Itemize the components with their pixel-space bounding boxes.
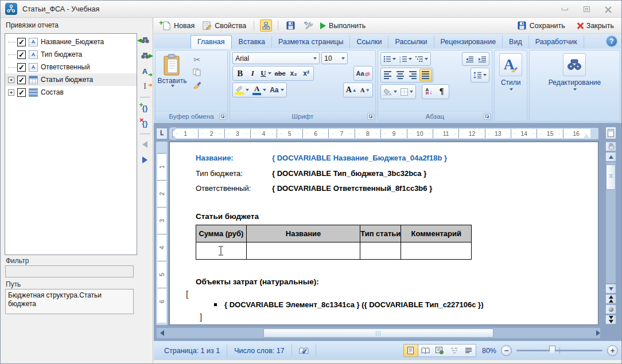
scrollbar-thumb[interactable] — [263, 328, 494, 338]
align-left-button[interactable] — [382, 69, 394, 81]
cut-button[interactable]: ✂ — [191, 54, 203, 65]
tab-razrabotchik[interactable]: Разработчик — [529, 36, 584, 49]
zoom-level[interactable]: 80% — [482, 347, 496, 355]
bold-button[interactable]: B — [234, 67, 246, 80]
vertical-ruler[interactable]: 123456 — [156, 142, 168, 325]
filter-input[interactable] — [5, 265, 134, 277]
scrollbar-track[interactable] — [606, 162, 616, 283]
borders-button[interactable] — [399, 85, 415, 98]
format-painter-button[interactable] — [191, 79, 203, 91]
draft-view-button[interactable] — [461, 345, 476, 357]
shading-button[interactable] — [382, 85, 399, 98]
italic-button[interactable]: I — [246, 67, 259, 80]
sort-button[interactable]: А Я ↓ — [423, 85, 436, 98]
zoom-out-button[interactable]: − — [501, 345, 512, 356]
scroll-right-button[interactable] — [590, 328, 600, 338]
line-spacing-button[interactable] — [472, 69, 488, 81]
underline-button[interactable]: U — [259, 67, 273, 80]
align-center-button[interactable] — [394, 69, 407, 81]
editing-button[interactable]: Редактирование — [530, 50, 620, 121]
forward-button[interactable] — [139, 155, 151, 165]
dialog-launcher[interactable] — [219, 113, 226, 120]
expand-icon[interactable] — [8, 77, 14, 83]
find-text-button[interactable]: A ➜ — [139, 66, 151, 76]
subscript-button[interactable]: x₂ — [287, 67, 300, 80]
word-count-status[interactable]: Число слов: 17 — [227, 345, 292, 357]
maximize-button[interactable] — [580, 5, 593, 13]
find-next-binding-button[interactable]: ▶ — [139, 50, 151, 61]
run-button[interactable]: Выполнить — [318, 21, 367, 31]
strikethrough-button[interactable]: abc — [273, 67, 287, 80]
pan-hand-button[interactable] — [605, 142, 616, 151]
checkbox[interactable]: ✓ — [17, 38, 26, 46]
tab-rassylki[interactable]: Рассылки — [388, 36, 434, 49]
tab-ssylki[interactable]: Ссылки — [350, 36, 388, 49]
tab-vstavka[interactable]: Вставка — [232, 36, 272, 49]
superscript-button[interactable]: x² — [300, 67, 313, 80]
tab-recenzirovanie[interactable]: Рецензирование — [434, 36, 503, 49]
properties-button[interactable]: Свойства — [200, 19, 248, 32]
previous-page-button[interactable] — [605, 294, 616, 304]
show-marks-button[interactable]: ¶ — [436, 85, 448, 98]
zoom-in-button[interactable]: + — [607, 345, 618, 356]
tree-item-sostav[interactable]: ✓ Состав — [5, 86, 137, 99]
minimize-button[interactable] — [558, 5, 571, 13]
dialog-launcher[interactable] — [484, 113, 491, 120]
expand-icon[interactable] — [8, 89, 14, 96]
dialog-launcher[interactable] — [367, 113, 374, 120]
font-name-select[interactable]: Arial — [232, 52, 320, 64]
hanging-indent-marker[interactable] — [171, 136, 177, 140]
remove-field-button[interactable]: {}✕ — [139, 118, 151, 128]
find-previous-binding-button[interactable]: ◀ — [139, 35, 151, 45]
table-cell[interactable] — [360, 242, 401, 260]
back-button[interactable] — [139, 139, 151, 150]
scroll-down-button[interactable] — [605, 284, 616, 293]
document-page[interactable]: Название: { DOCVARIABLE Название_Бюджета… — [169, 142, 598, 325]
spellcheck-status[interactable] — [292, 345, 316, 357]
zoom-slider-handle[interactable] — [549, 346, 555, 355]
web-layout-view-button[interactable] — [433, 345, 447, 357]
close-button[interactable]: Закрыть — [575, 21, 616, 31]
font-size-select[interactable]: 10 — [321, 52, 348, 64]
increase-indent-button[interactable] — [476, 53, 488, 65]
styles-button[interactable]: A Стили — [495, 50, 527, 121]
table-cell[interactable] — [246, 242, 360, 260]
checkbox[interactable]: ✓ — [17, 63, 26, 72]
zoom-slider[interactable] — [516, 350, 602, 351]
tab-stop-selector[interactable]: L — [156, 128, 168, 139]
next-page-button[interactable] — [605, 315, 616, 324]
decrease-indent-button[interactable] — [463, 53, 476, 65]
table-cell[interactable] — [196, 242, 247, 260]
reading-view-button[interactable] — [418, 345, 433, 357]
tree-item-nazvanie-budgeta[interactable]: ✓ A Название_Бюджета — [5, 36, 137, 48]
bindings-toggle-button[interactable] — [260, 19, 272, 32]
justify-button[interactable] — [419, 69, 432, 81]
checkbox[interactable]: ✓ — [17, 76, 26, 84]
ruler-toggle-button[interactable] — [605, 127, 616, 139]
table-cell[interactable] — [401, 242, 472, 260]
align-right-button[interactable] — [407, 69, 419, 81]
highlight-button[interactable] — [234, 84, 251, 96]
tree-item-stati-budgeta[interactable]: ✓ Статьи бюджета — [5, 73, 137, 86]
go-to-cursor-button[interactable]: I ➜ — [139, 81, 151, 92]
clear-formatting-button[interactable]: Aa — [355, 67, 372, 80]
tab-vid[interactable]: Вид — [503, 36, 529, 49]
save-template-button[interactable] — [284, 19, 297, 32]
horizontal-scrollbar[interactable] — [156, 327, 601, 339]
right-indent-marker[interactable] — [584, 135, 589, 139]
tab-glavnaya[interactable]: Главная — [191, 35, 232, 49]
change-case-button[interactable]: Aa — [268, 84, 285, 96]
print-layout-view-button[interactable] — [404, 345, 418, 357]
copy-button[interactable] — [191, 66, 203, 78]
outline-view-button[interactable] — [447, 345, 461, 357]
numbering-button[interactable]: 123 — [398, 53, 414, 65]
tree-item-otvetstvennyj[interactable]: ✓ A Ответственный — [5, 61, 137, 73]
add-field-button[interactable]: {}+ — [139, 103, 151, 113]
help-button[interactable]: ? — [607, 36, 617, 46]
grow-font-button[interactable]: A▲ — [344, 84, 359, 96]
checkbox[interactable]: ✓ — [17, 50, 26, 59]
tab-razmetka[interactable]: Разметка страницы — [272, 36, 350, 49]
first-line-indent-marker[interactable] — [171, 127, 177, 131]
scroll-left-button[interactable] — [157, 328, 167, 338]
multilevel-list-button[interactable] — [414, 53, 430, 65]
